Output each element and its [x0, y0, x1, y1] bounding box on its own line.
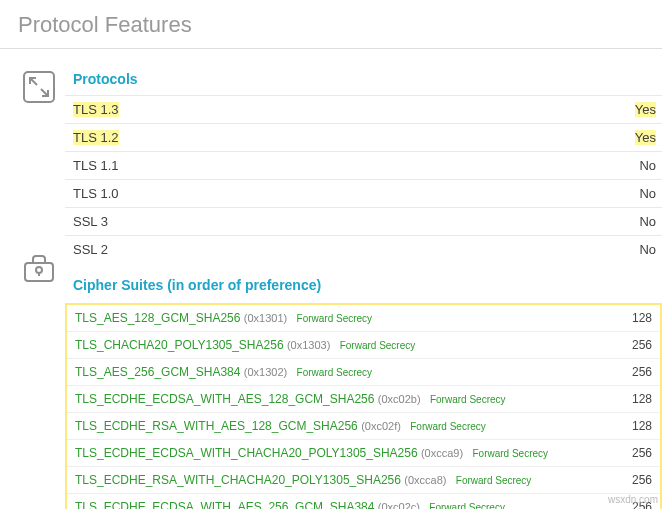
cipher-name: TLS_AES_128_GCM_SHA256	[75, 311, 240, 325]
svg-rect-0	[24, 72, 54, 102]
cipher-row: TLS_ECDHE_ECDSA_WITH_CHACHA20_POLY1305_S…	[67, 440, 660, 467]
protocol-name: TLS 1.1	[73, 158, 119, 173]
cipher-name: TLS_CHACHA20_POLY1305_SHA256	[75, 338, 284, 352]
icon-column	[0, 67, 65, 509]
cipher-name: TLS_AES_256_GCM_SHA384	[75, 365, 240, 379]
content-wrap: Protocols TLS 1.3 Yes TLS 1.2 Yes TLS 1.…	[0, 49, 662, 509]
cipher-hex: (0xc02b)	[378, 393, 421, 405]
cipher-suites-header: Cipher Suites (in order of preference)	[65, 263, 662, 301]
cipher-bits: 256	[605, 440, 660, 467]
lock-briefcase-icon	[21, 251, 57, 287]
cipher-forward-secrecy: Forward Secrecy	[291, 367, 373, 378]
cipher-forward-secrecy: Forward Secrecy	[424, 394, 506, 405]
cipher-bits: 128	[605, 413, 660, 440]
cipher-forward-secrecy: Forward Secrecy	[404, 421, 486, 432]
cipher-row: TLS_AES_128_GCM_SHA256 (0x1301) Forward …	[67, 305, 660, 332]
cipher-name: TLS_ECDHE_RSA_WITH_CHACHA20_POLY1305_SHA…	[75, 473, 401, 487]
protocol-row: SSL 3 No	[65, 208, 662, 236]
cipher-hex: (0xcca9)	[421, 447, 463, 459]
cipher-forward-secrecy: Forward Secrecy	[466, 448, 548, 459]
page-title: Protocol Features	[0, 0, 662, 48]
cipher-row: TLS_ECDHE_ECDSA_WITH_AES_128_GCM_SHA256 …	[67, 386, 660, 413]
protocol-row: TLS 1.0 No	[65, 180, 662, 208]
cipher-bits: 128	[605, 305, 660, 332]
cipher-row: TLS_AES_256_GCM_SHA384 (0x1302) Forward …	[67, 359, 660, 386]
cipher-row: TLS_CHACHA20_POLY1305_SHA256 (0x1303) Fo…	[67, 332, 660, 359]
cipher-hex: (0xcca8)	[404, 474, 446, 486]
cipher-bits: 256	[605, 359, 660, 386]
cipher-name: TLS_ECDHE_RSA_WITH_AES_128_GCM_SHA256	[75, 419, 358, 433]
cipher-name: TLS_ECDHE_ECDSA_WITH_AES_128_GCM_SHA256	[75, 392, 374, 406]
protocol-value: No	[639, 214, 656, 229]
cipher-forward-secrecy: Forward Secrecy	[423, 502, 505, 509]
protocol-value: No	[639, 242, 656, 257]
protocol-row: TLS 1.3 Yes	[65, 96, 662, 124]
protocol-row: TLS 1.2 Yes	[65, 124, 662, 152]
cipher-hex: (0x1303)	[287, 339, 330, 351]
cipher-row: TLS_ECDHE_RSA_WITH_CHACHA20_POLY1305_SHA…	[67, 467, 660, 494]
protocol-row: SSL 2 No	[65, 236, 662, 264]
cipher-suites-table: TLS_AES_128_GCM_SHA256 (0x1301) Forward …	[67, 305, 660, 509]
cipher-bits: 128	[605, 386, 660, 413]
protocol-value: Yes	[635, 130, 656, 145]
watermark: wsxdn.com	[608, 494, 658, 505]
cipher-hex: (0xc02c)	[378, 501, 420, 509]
cipher-forward-secrecy: Forward Secrecy	[334, 340, 416, 351]
protocol-value: No	[639, 186, 656, 201]
protocol-value: No	[639, 158, 656, 173]
cipher-row: TLS_ECDHE_RSA_WITH_AES_128_GCM_SHA256 (0…	[67, 413, 660, 440]
cipher-hex: (0x1302)	[244, 366, 287, 378]
svg-point-2	[36, 267, 42, 273]
cipher-hex: (0x1301)	[244, 312, 287, 324]
protocol-name: SSL 2	[73, 242, 108, 257]
cipher-bits: 256	[605, 332, 660, 359]
protocol-name: TLS 1.3	[73, 102, 119, 117]
cipher-hex: (0xc02f)	[361, 420, 401, 432]
protocols-header: Protocols	[65, 67, 662, 95]
protocol-name: SSL 3	[73, 214, 108, 229]
expand-arrows-icon	[21, 69, 57, 105]
main-column: Protocols TLS 1.3 Yes TLS 1.2 Yes TLS 1.…	[65, 67, 662, 509]
protocol-name: TLS 1.2	[73, 130, 119, 145]
protocol-value: Yes	[635, 102, 656, 117]
protocol-row: TLS 1.1 No	[65, 152, 662, 180]
cipher-forward-secrecy: Forward Secrecy	[450, 475, 532, 486]
protocols-table: TLS 1.3 Yes TLS 1.2 Yes TLS 1.1 No TLS 1…	[65, 95, 662, 263]
cipher-forward-secrecy: Forward Secrecy	[291, 313, 373, 324]
cipher-bits: 256	[605, 467, 660, 494]
cipher-name: TLS_ECDHE_ECDSA_WITH_AES_256_GCM_SHA384	[75, 500, 374, 509]
protocol-name: TLS 1.0	[73, 186, 119, 201]
cipher-suites-box: TLS_AES_128_GCM_SHA256 (0x1301) Forward …	[65, 303, 662, 509]
cipher-row: TLS_ECDHE_ECDSA_WITH_AES_256_GCM_SHA384 …	[67, 494, 660, 510]
cipher-name: TLS_ECDHE_ECDSA_WITH_CHACHA20_POLY1305_S…	[75, 446, 418, 460]
